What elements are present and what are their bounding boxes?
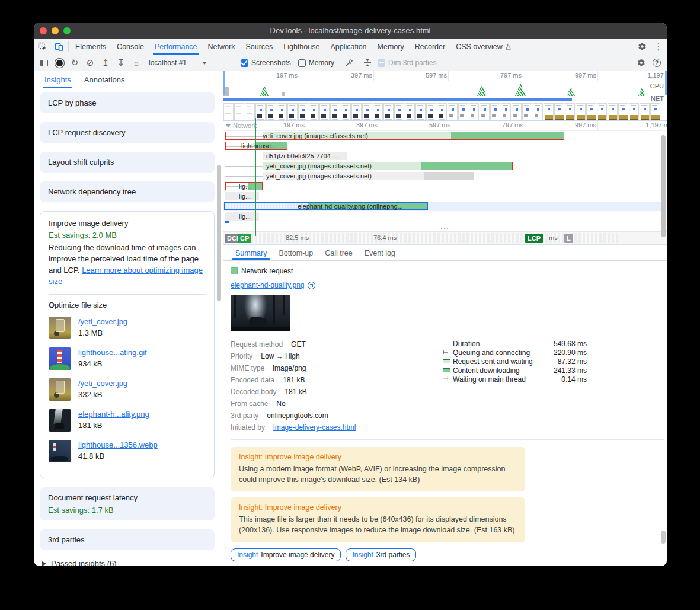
insight-button-3rd-parties[interactable]: Insight3rd parties bbox=[346, 548, 416, 561]
tab-network[interactable]: Network bbox=[203, 39, 241, 55]
screenshot-frame[interactable] bbox=[629, 103, 639, 120]
screenshot-frame[interactable] bbox=[480, 103, 490, 120]
tab-performance[interactable]: Performance bbox=[149, 39, 203, 55]
upload-profile-icon[interactable]: ↥ bbox=[98, 56, 113, 69]
download-profile-icon[interactable]: ↧ bbox=[113, 56, 129, 69]
clear-icon[interactable]: ⊘ bbox=[82, 56, 98, 69]
tab-css-overview[interactable]: CSS overview bbox=[450, 39, 517, 55]
network-request-row[interactable]: yeti_cover.jpg (images.ctfassets.net) bbox=[223, 131, 667, 140]
target-selector[interactable]: localhost #1 bbox=[144, 59, 233, 67]
screenshot-frame[interactable] bbox=[351, 103, 362, 120]
screenshot-frame[interactable] bbox=[586, 103, 596, 120]
network-request-row[interactable]: yeti_cover.jpg (images.ctfassets.net) bbox=[223, 171, 667, 181]
screenshot-frame[interactable] bbox=[608, 103, 618, 120]
tab-lighthouse[interactable]: Lighthouse bbox=[278, 39, 325, 55]
tab-application[interactable]: Application bbox=[325, 39, 372, 55]
screenshot-frame[interactable] bbox=[544, 103, 554, 120]
tab-console[interactable]: Console bbox=[111, 39, 149, 55]
insight-card-lcp-request-discovery[interactable]: LCP request discovery bbox=[40, 122, 215, 143]
minimize-window-button[interactable] bbox=[52, 27, 59, 34]
marker-badge-cp[interactable]: CP bbox=[238, 234, 251, 243]
screenshot-frame[interactable] bbox=[373, 103, 383, 120]
more-rows-ellipsis[interactable]: ... bbox=[223, 223, 667, 231]
insight-card-network-dependency-tree[interactable]: Network dependency tree bbox=[40, 181, 215, 202]
request-file-link[interactable]: elephant-hd-quality.png bbox=[231, 281, 305, 289]
network-request-row[interactable]: lig... bbox=[223, 181, 667, 191]
reveal-in-network-icon[interactable] bbox=[308, 282, 315, 289]
screenshot-frame[interactable] bbox=[362, 103, 372, 120]
screenshot-frame[interactable] bbox=[394, 103, 404, 120]
more-options-kebab-icon[interactable]: ⋮ bbox=[650, 39, 667, 55]
capture-settings-gear-icon[interactable] bbox=[634, 56, 649, 69]
screenshot-frame[interactable] bbox=[255, 103, 266, 120]
file-link[interactable]: elephant-h...ality.png bbox=[78, 410, 149, 419]
tab-sources[interactable]: Sources bbox=[240, 39, 278, 55]
screenshot-frame[interactable] bbox=[266, 103, 276, 120]
network-request-row[interactable]: d51jfzi-b0efc925-7704-... bbox=[223, 151, 667, 161]
sidebar-tab-insights[interactable]: Insights bbox=[44, 71, 71, 88]
inspect-element-icon[interactable] bbox=[34, 39, 50, 55]
screenshot-frame[interactable] bbox=[522, 103, 532, 120]
help-icon[interactable]: ? bbox=[649, 56, 664, 69]
screenshot-frame[interactable] bbox=[512, 103, 522, 120]
timing-markers-strip[interactable]: DCLCP82.5 ms76.4 msLCPmsL bbox=[223, 231, 667, 244]
screenshot-frame[interactable] bbox=[533, 103, 543, 120]
screenshot-frame[interactable] bbox=[426, 103, 436, 120]
screenshot-frame[interactable] bbox=[319, 103, 330, 120]
screenshot-frame[interactable] bbox=[650, 103, 660, 120]
collect-garbage-icon[interactable] bbox=[341, 56, 357, 69]
home-icon[interactable]: ⌂ bbox=[129, 56, 144, 69]
screenshot-frame[interactable] bbox=[415, 103, 426, 120]
overview-right-handle[interactable] bbox=[665, 71, 667, 95]
network-request-row[interactable]: yeti_cover.jpg (images.ctfassets.net) bbox=[223, 161, 667, 171]
sidebar-tab-annotations[interactable]: Annotations bbox=[84, 71, 125, 88]
file-link[interactable]: lighthouse...ating.gif bbox=[78, 348, 147, 357]
screenshot-frame[interactable] bbox=[245, 103, 255, 120]
screenshot-frame[interactable] bbox=[383, 103, 394, 120]
insight-button-improve-image-delivery[interactable]: InsightImprove image delivery bbox=[231, 548, 341, 561]
file-link[interactable]: /yeti_cover.jpg bbox=[78, 379, 127, 388]
details-tab-call-tree[interactable]: Call tree bbox=[320, 245, 357, 260]
screenshot-frame[interactable] bbox=[597, 103, 607, 120]
network-request-row[interactable]: lig... bbox=[223, 212, 667, 221]
passed-insights-toggle[interactable]: Passed insights (6) bbox=[42, 559, 215, 566]
screenshot-frame[interactable] bbox=[287, 103, 298, 120]
file-link[interactable]: /yeti_cover.jpg bbox=[78, 317, 127, 326]
maximize-window-button[interactable] bbox=[63, 27, 71, 34]
screenshot-frame[interactable] bbox=[565, 103, 575, 120]
sidebar-scroll-area[interactable]: LCP by phaseLCP request discoveryLayout … bbox=[34, 89, 223, 566]
collapse-tracks-icon[interactable] bbox=[360, 56, 375, 69]
screenshot-frame[interactable] bbox=[437, 103, 447, 120]
network-scrollbar[interactable] bbox=[661, 135, 666, 237]
details-tab-summary[interactable]: Summary bbox=[231, 245, 271, 260]
reload-and-record-icon[interactable]: ↻ bbox=[67, 56, 82, 69]
screenshot-frame[interactable] bbox=[640, 103, 650, 120]
insight-card-3rd-parties[interactable]: 3rd parties bbox=[40, 529, 215, 550]
network-track-header[interactable]: Network bbox=[226, 122, 257, 129]
tab-memory[interactable]: Memory bbox=[372, 39, 410, 55]
network-request-row[interactable]: lighthouse... bbox=[223, 141, 667, 151]
screenshot-frame[interactable] bbox=[405, 103, 415, 120]
screenshot-frame[interactable] bbox=[501, 103, 511, 120]
insight-card-layout-shift-culprits[interactable]: Layout shift culprits bbox=[40, 152, 215, 173]
screenshot-frame[interactable] bbox=[298, 103, 308, 120]
screenshot-frame[interactable] bbox=[469, 103, 479, 120]
close-window-button[interactable] bbox=[40, 27, 47, 34]
screenshots-filmstrip[interactable] bbox=[223, 103, 667, 121]
screenshot-frame[interactable] bbox=[554, 103, 564, 120]
insight-card-improve-image-delivery[interactable]: Improve image delivery Est savings: 2.0 … bbox=[40, 211, 215, 478]
marker-badge-l[interactable]: L bbox=[564, 234, 573, 243]
screenshot-frame[interactable] bbox=[277, 103, 287, 120]
insight-card-document-request-latency[interactable]: Document request latency Est savings: 1.… bbox=[40, 487, 215, 520]
screenshot-frame[interactable] bbox=[458, 103, 468, 120]
device-toolbar-icon[interactable] bbox=[50, 39, 67, 55]
net-track[interactable]: NET bbox=[223, 97, 667, 103]
screenshot-frame[interactable] bbox=[223, 103, 234, 120]
screenshot-frame[interactable] bbox=[341, 103, 351, 120]
screenshot-frame[interactable] bbox=[576, 103, 586, 120]
insight-card-lcp-by-phase[interactable]: LCP by phase bbox=[40, 92, 215, 113]
screenshot-frame[interactable] bbox=[330, 103, 340, 120]
screenshot-frame[interactable] bbox=[448, 103, 458, 120]
details-tab-bottom-up[interactable]: Bottom-up bbox=[274, 245, 318, 260]
tab-recorder[interactable]: Recorder bbox=[410, 39, 450, 55]
